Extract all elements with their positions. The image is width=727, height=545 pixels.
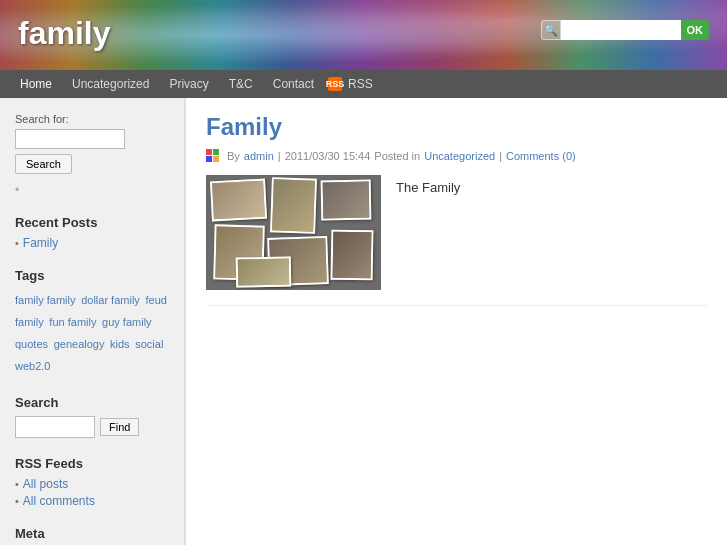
sidebar-search-label: Search for: [15, 113, 169, 125]
bullet-decorative: • [15, 183, 19, 197]
tag-web20[interactable]: web2.0 [15, 360, 50, 372]
search-section-title: Search [15, 395, 169, 410]
meta-by: By [227, 150, 240, 162]
find-input[interactable] [15, 416, 95, 438]
recent-posts-title: Recent Posts [15, 215, 169, 230]
rss-feeds-title: RSS Feeds [15, 456, 169, 471]
post-divider [206, 305, 707, 306]
tag-kids[interactable]: kids [110, 338, 130, 350]
nav-item-uncategorized[interactable]: Uncategorized [62, 70, 159, 98]
tag-dollar-family[interactable]: dollar family [81, 294, 140, 306]
photo-item [210, 179, 267, 222]
find-search-row: Find [15, 416, 169, 438]
meta-grid-icon [206, 149, 220, 163]
nav-item-privacy[interactable]: Privacy [159, 70, 218, 98]
post-body-text: The Family [396, 175, 460, 290]
page-layout: Search for: Search • Recent Posts • Fami… [0, 98, 727, 545]
post-content: The Family [206, 175, 707, 290]
svg-rect-0 [206, 149, 212, 155]
tag-fun-family[interactable]: fun family [49, 316, 96, 328]
photo-item [270, 177, 317, 234]
search-icon: 🔍 [541, 20, 561, 40]
bullet-icon: • [15, 478, 19, 490]
header-search-bar: 🔍 OK [541, 20, 710, 40]
post-image [206, 175, 381, 290]
photo-item [236, 257, 292, 288]
site-title: family [18, 15, 110, 52]
tag-social[interactable]: social [135, 338, 163, 350]
photo-item [321, 180, 372, 221]
tag-genealogy[interactable]: genealogy [54, 338, 105, 350]
rss-nav-label[interactable]: RSS [346, 70, 383, 98]
recent-post-family[interactable]: Family [23, 236, 58, 250]
list-item: • All comments [15, 494, 169, 508]
meta-category[interactable]: Uncategorized [424, 150, 495, 162]
list-item: • All posts [15, 477, 169, 491]
meta-pipe1: | [278, 150, 281, 162]
tag-family-family[interactable]: family family [15, 294, 76, 306]
sidebar-search-button[interactable]: Search [15, 154, 72, 174]
nav-item-contact[interactable]: Contact [263, 70, 324, 98]
tag-quotes[interactable]: quotes [15, 338, 48, 350]
bullet-icon: • [15, 495, 19, 507]
rss-nav-item[interactable]: RSS RSS [328, 70, 383, 98]
svg-rect-3 [213, 156, 219, 162]
main-content: Family By admin | 2011/03/30 15:44 Poste… [185, 98, 727, 545]
find-button[interactable]: Find [100, 418, 139, 436]
header-search-button[interactable]: OK [681, 20, 710, 40]
tag-guy-family[interactable]: guy family [102, 316, 152, 328]
site-header: family 🔍 OK [0, 0, 727, 70]
svg-rect-2 [206, 156, 212, 162]
meta-posted-in: Posted in [374, 150, 420, 162]
nav-item-tc[interactable]: T&C [219, 70, 263, 98]
sidebar-search-input[interactable] [15, 129, 125, 149]
list-item: • Family [15, 236, 169, 250]
bullet-icon: • [15, 237, 19, 249]
navigation-bar: Home Uncategorized Privacy T&C Contact R… [0, 70, 727, 98]
meta-title: Meta [15, 526, 169, 541]
header-search-input[interactable] [561, 20, 681, 40]
sidebar: Search for: Search • Recent Posts • Fami… [0, 98, 185, 545]
post-title: Family [206, 113, 707, 141]
rss-all-posts[interactable]: All posts [23, 477, 68, 491]
tags-container: family family dollar family feud family … [15, 289, 169, 377]
post-meta: By admin | 2011/03/30 15:44 Posted in Un… [206, 149, 707, 163]
photo-collage [206, 175, 381, 290]
rss-icon: RSS [328, 77, 342, 91]
nav-item-home[interactable]: Home [10, 70, 62, 98]
meta-pipe2: | [499, 150, 502, 162]
meta-author[interactable]: admin [244, 150, 274, 162]
rss-all-comments[interactable]: All comments [23, 494, 95, 508]
meta-date: 2011/03/30 15:44 [285, 150, 371, 162]
photo-item [331, 230, 374, 281]
svg-rect-1 [213, 149, 219, 155]
meta-comments[interactable]: Comments (0) [506, 150, 576, 162]
tags-title: Tags [15, 268, 169, 283]
